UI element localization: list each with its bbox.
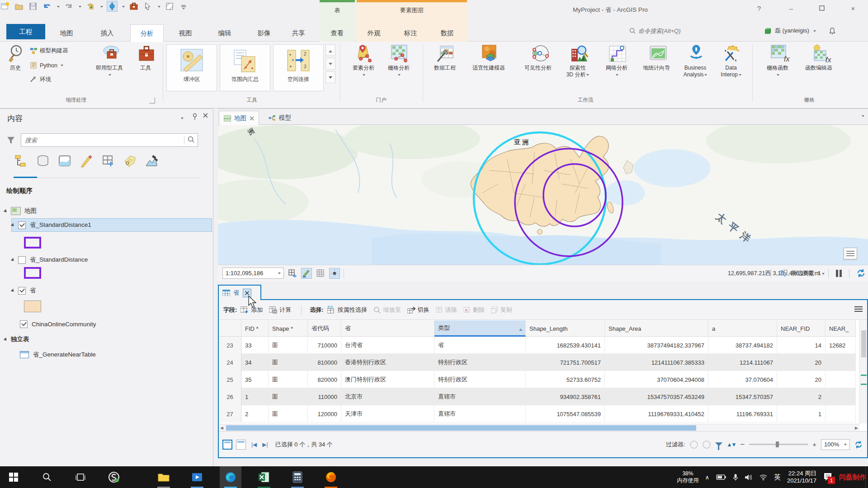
filter-option-icon[interactable] — [690, 441, 698, 449]
table-cell[interactable]: 120000 — [308, 405, 341, 422]
table-cell[interactable]: 20 — [777, 371, 826, 388]
table-menu-icon[interactable] — [854, 305, 863, 314]
raster-analysis-dropdown-icon[interactable] — [398, 74, 401, 77]
snapping-toggle-icon[interactable] — [329, 268, 340, 279]
symbol-swatch-purple[interactable] — [24, 267, 41, 279]
battery-icon[interactable] — [716, 474, 726, 480]
file-explorer-icon[interactable] — [153, 466, 175, 488]
notifications-bell-icon[interactable] — [829, 27, 836, 35]
table-cell[interactable]: 12682 — [826, 337, 856, 354]
sort-toggle-icon[interactable]: ▲▼ — [727, 441, 736, 448]
switch-selection-button[interactable]: 切换 — [407, 306, 429, 314]
scale-combobox[interactable]: 1:102,095,186 — [222, 267, 284, 279]
table-cell[interactable] — [826, 354, 856, 371]
help-button[interactable]: ? — [749, 0, 769, 16]
vertical-scrollbar[interactable] — [859, 320, 867, 423]
layer-map-group[interactable]: 地图 — [0, 205, 213, 217]
explore-dropdown-icon[interactable] — [122, 6, 125, 9]
table-cell[interactable]: 1 — [241, 388, 269, 405]
table-cell[interactable] — [826, 388, 856, 405]
zoom-slider[interactable] — [749, 444, 808, 445]
table-cell[interactable]: 特别行政区 — [434, 354, 526, 371]
table-cell[interactable]: 1 — [777, 405, 826, 422]
movies-app-icon[interactable] — [186, 466, 208, 488]
list-by-snapping-icon[interactable] — [101, 154, 115, 168]
visibility-checkbox[interactable] — [18, 221, 26, 229]
tab-imagery[interactable]: 影像 — [248, 24, 280, 42]
close-pane-icon[interactable] — [203, 113, 208, 120]
table-cell[interactable]: 面 — [269, 405, 308, 422]
input-language[interactable]: 英 — [774, 473, 781, 482]
table-cell[interactable]: 1682539.430141 — [526, 337, 605, 354]
table-cell[interactable]: 710000 — [308, 337, 341, 354]
table-cell[interactable]: 110000 — [308, 388, 341, 405]
toolbox-icon[interactable] — [129, 1, 139, 11]
row-number[interactable]: 23 — [219, 337, 241, 354]
zoom-to-selection-icon[interactable] — [778, 269, 788, 277]
column-header[interactable] — [219, 320, 241, 337]
table-cell[interactable]: 820000 — [308, 371, 341, 388]
table-row[interactable]: 2434面810000香港特别行政区特别行政区721751.7005171214… — [219, 354, 856, 371]
summarize-within-tool[interactable]: 范围内汇总 — [220, 44, 270, 91]
column-header[interactable]: NEAR_FID — [777, 320, 826, 337]
visibility-checkbox[interactable] — [18, 287, 26, 295]
select-dropdown-icon[interactable] — [158, 6, 160, 9]
first-record-button[interactable]: |◀ — [251, 441, 257, 448]
buffer-tool[interactable]: 缓冲区 — [166, 44, 217, 91]
map-canvas[interactable]: 亚洲 太平洋 洲 — [218, 125, 868, 265]
network-analysis-button[interactable]: 网络分析 — [599, 44, 634, 78]
zoom-level-combobox[interactable]: 100% — [821, 439, 850, 450]
tab-project[interactable]: 工程 — [6, 24, 45, 39]
close-view-icon[interactable] — [250, 116, 254, 121]
zoom-to-selection-button[interactable]: 缩放至 — [373, 306, 401, 314]
grid-icon[interactable] — [315, 268, 326, 279]
exploratory-3d-analysis-button[interactable]: 探索性3D 分析 — [561, 44, 595, 78]
save-project-icon[interactable] — [28, 1, 38, 11]
column-header[interactable]: Shape * — [269, 320, 308, 337]
add-data-dropdown-icon[interactable] — [100, 6, 103, 9]
filter-option-icon[interactable] — [703, 441, 711, 449]
business-analysis-button[interactable]: BusinessAnalysis — [679, 44, 712, 78]
close-button[interactable]: × — [843, 0, 863, 16]
add-data-icon[interactable] — [85, 1, 95, 11]
app-s-icon[interactable] — [103, 466, 125, 488]
expander-icon[interactable] — [4, 209, 9, 215]
near-table-item[interactable]: 省_GenerateNearTable — [20, 348, 212, 361]
layer-standard-distance[interactable]: 省_StandardDistance — [12, 253, 212, 266]
select-tool-icon[interactable] — [143, 1, 153, 11]
python-button[interactable]: Python — [30, 61, 63, 69]
table-cell[interactable]: 1075547.085539 — [526, 405, 605, 422]
table-cell[interactable]: 721751.700517 — [526, 354, 605, 371]
pane-menu-icon[interactable] — [180, 114, 184, 121]
raster-functions-dropdown-icon[interactable] — [777, 74, 779, 77]
column-header[interactable]: a — [708, 320, 777, 337]
delete-selection-button[interactable]: 删除 — [463, 306, 485, 314]
visibility-checkbox[interactable] — [18, 256, 26, 264]
table-cell[interactable]: 20 — [777, 354, 826, 371]
table-cell[interactable]: 1214111067.385333 — [605, 354, 708, 371]
last-record-button[interactable]: ▶| — [262, 441, 268, 448]
row-number[interactable]: 27 — [219, 405, 241, 422]
refresh-map-icon[interactable] — [857, 269, 865, 277]
table-cell[interactable]: 11196.769331 — [708, 405, 777, 422]
feature-analysis-button[interactable]: 要素分析 — [347, 44, 380, 78]
filter-funnel-icon[interactable] — [715, 442, 722, 446]
zoom-in-icon[interactable]: + — [812, 441, 816, 448]
hscroll-right-icon[interactable]: ▶ — [855, 426, 858, 430]
column-header[interactable]: Shape_Area — [605, 320, 708, 337]
table-cell[interactable]: 14 — [777, 337, 826, 354]
start-button[interactable] — [3, 466, 24, 488]
clear-selection-button[interactable]: 清除 — [436, 306, 457, 314]
row-number[interactable]: 26 — [219, 388, 241, 405]
command-search-input[interactable] — [638, 28, 706, 34]
table-cell[interactable]: 11196769331.410452 — [605, 405, 708, 422]
raster-functions-button[interactable]: fx 栅格函数 — [759, 44, 797, 78]
environments-button[interactable]: 环境 — [30, 76, 51, 84]
filter-icon[interactable] — [6, 136, 15, 146]
search-go-icon[interactable] — [184, 136, 198, 144]
tab-map[interactable]: 地图 — [51, 24, 82, 42]
user-area[interactable]: 磊 (yanleigis) — [764, 24, 836, 37]
table-cell[interactable]: 37.070604 — [708, 371, 777, 388]
table-cell[interactable]: 澳门特别行政区 — [341, 371, 434, 388]
table-cell[interactable]: 省 — [434, 337, 526, 354]
